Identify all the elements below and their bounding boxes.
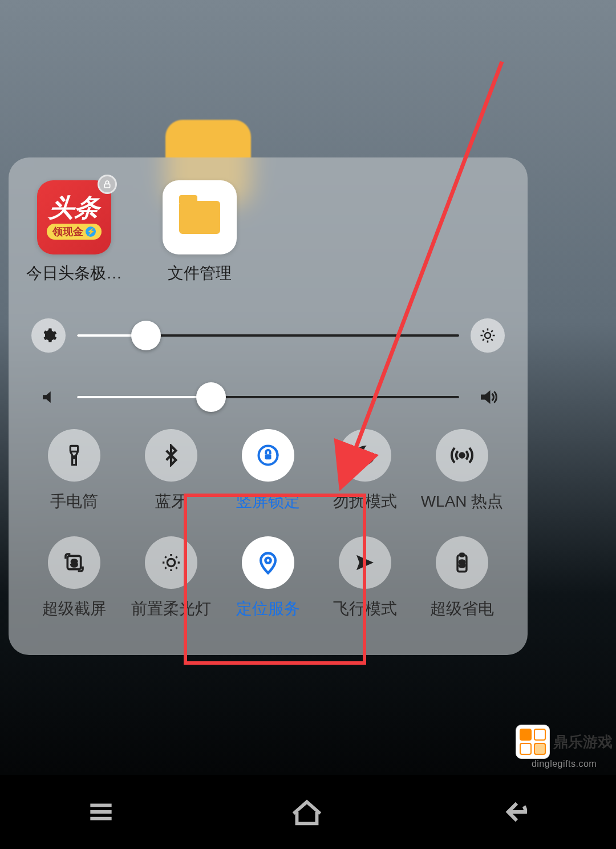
watermark-logo-icon — [516, 725, 550, 759]
light-icon — [160, 551, 183, 574]
volume-low-icon — [40, 389, 57, 406]
svg-rect-0 — [104, 184, 110, 188]
toggle-screenshot[interactable]: S 超级截屏 — [26, 536, 123, 620]
svg-point-1 — [485, 333, 491, 338]
home-icon — [287, 792, 327, 832]
battery-save-icon: S — [451, 552, 473, 573]
app-toutiao[interactable]: 头条 领现金 ⚡ 今日头条极… — [31, 180, 117, 284]
svg-point-10 — [265, 558, 270, 563]
bluetooth-icon — [160, 444, 183, 467]
brightness-slider[interactable] — [77, 334, 459, 337]
toggle-airplane[interactable]: 飞行模式 — [317, 536, 414, 620]
svg-point-9 — [167, 559, 175, 566]
hotspot-icon — [449, 443, 475, 468]
toggle-hotspot[interactable]: WLAN 热点 — [414, 429, 510, 512]
settings-button[interactable] — [31, 318, 66, 353]
toggle-label: 定位服务 — [236, 598, 300, 620]
app-label: 文件管理 — [168, 262, 232, 284]
toggle-label: 超级截屏 — [42, 598, 106, 620]
toggle-dnd[interactable]: 勿扰模式 — [317, 429, 414, 512]
app-file-manager[interactable]: 文件管理 — [157, 180, 242, 284]
android-navbar — [0, 775, 616, 849]
toggle-label: 飞行模式 — [333, 598, 397, 620]
toggle-bluetooth[interactable]: 蓝牙 — [123, 429, 220, 512]
volume-high-icon — [477, 387, 498, 407]
toutiao-icon-sub: 领现金 ⚡ — [47, 224, 102, 240]
toggle-label: 前置柔光灯 — [131, 598, 211, 620]
slider-thumb[interactable] — [131, 321, 161, 350]
watermark-url: dinglegifts.com — [532, 759, 597, 769]
toggle-label: WLAN 热点 — [421, 491, 504, 512]
volume-max-button[interactable] — [471, 380, 505, 414]
svg-rect-2 — [70, 446, 78, 451]
toggle-row-1: 手电筒 蓝牙 竖屏锁定 勿扰模式 WLAN 热点 — [26, 429, 510, 512]
brightness-max-button[interactable] — [471, 318, 505, 353]
toggle-label: 手电筒 — [50, 491, 98, 512]
watermark: 鼎乐游戏 dinglegifts.com — [512, 721, 616, 769]
recents-icon — [85, 796, 117, 828]
airplane-icon — [354, 551, 376, 574]
toggle-flashlight[interactable]: 手电筒 — [26, 429, 123, 512]
toggle-label: 勿扰模式 — [333, 491, 397, 512]
lock-badge-icon — [98, 175, 117, 194]
file-manager-icon — [163, 180, 237, 254]
home-button[interactable] — [287, 792, 327, 832]
svg-rect-5 — [265, 454, 271, 459]
rotation-lock-icon — [256, 443, 281, 468]
control-center-panel: 头条 领现金 ⚡ 今日头条极… 文件管理 — [9, 157, 528, 655]
toggle-label: 竖屏锁定 — [236, 491, 300, 512]
app-shortcut-row: 头条 领现金 ⚡ 今日头条极… 文件管理 — [26, 180, 510, 301]
back-icon — [497, 795, 531, 829]
moon-icon — [354, 444, 376, 467]
toggle-rotation-lock[interactable]: 竖屏锁定 — [220, 429, 317, 512]
recents-button[interactable] — [85, 796, 117, 828]
back-button[interactable] — [497, 795, 531, 829]
bolt-icon: ⚡ — [86, 227, 96, 237]
quick-toggles-grid: 手电筒 蓝牙 竖屏锁定 勿扰模式 WLAN 热点 S 超级截屏 — [26, 429, 510, 620]
folder-icon — [179, 201, 220, 234]
brightness-slider-row — [26, 318, 510, 353]
app-label: 今日头条极… — [26, 262, 122, 284]
svg-point-6 — [460, 453, 464, 457]
toggle-front-flash[interactable]: 前置柔光灯 — [123, 536, 220, 620]
volume-slider[interactable] — [77, 396, 459, 398]
gear-icon — [40, 327, 57, 344]
toggle-location[interactable]: 定位服务 — [220, 536, 317, 620]
toutiao-icon-text: 头条 — [48, 195, 100, 220]
svg-text:S: S — [71, 558, 77, 569]
location-pin-icon — [256, 550, 281, 575]
screenshot-icon: S — [63, 551, 86, 574]
svg-text:S: S — [459, 559, 465, 569]
toggle-row-2: S 超级截屏 前置柔光灯 定位服务 飞行模式 S 超级省电 — [26, 536, 510, 620]
mute-button[interactable] — [31, 380, 66, 414]
slider-thumb[interactable] — [196, 382, 226, 412]
flashlight-icon — [63, 444, 86, 467]
watermark-title: 鼎乐游戏 — [553, 732, 613, 752]
toggle-label: 蓝牙 — [155, 491, 187, 512]
toggle-powersave[interactable]: S 超级省电 — [414, 536, 510, 620]
svg-point-3 — [73, 456, 75, 458]
volume-slider-row — [26, 380, 510, 414]
brightness-icon — [479, 327, 496, 344]
toggle-label: 超级省电 — [430, 598, 494, 620]
toutiao-icon: 头条 领现金 ⚡ — [37, 180, 111, 254]
